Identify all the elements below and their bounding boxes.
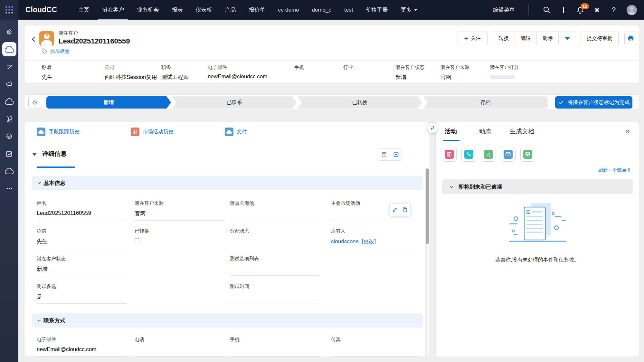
edit-button[interactable]: 编辑 (515, 32, 537, 45)
follow-label: 关注 (471, 35, 481, 42)
send-email-button[interactable] (501, 147, 516, 162)
owner-link[interactable]: cloudccone (331, 238, 359, 244)
sidebar-item-cloud-2[interactable] (0, 162, 18, 180)
print-button[interactable] (624, 32, 637, 45)
global-create-button[interactable] (559, 6, 568, 14)
new-event-button[interactable] (442, 147, 457, 162)
field-email: 电子邮件newEmail@cloudcc.com (37, 337, 127, 357)
converted-checkbox[interactable] (135, 238, 140, 244)
gear-icon (31, 99, 39, 106)
nav-item-test[interactable]: test (338, 0, 359, 20)
chat-message-button[interactable] (520, 147, 535, 162)
avatar-body (628, 11, 636, 15)
nav-item-products[interactable]: 产品 (218, 0, 242, 20)
nav-item-dashboards[interactable]: 仪表板 (189, 0, 218, 20)
nav-item-pricebook[interactable]: 价格手册 (359, 0, 394, 20)
sidebar-item-campaigns[interactable] (0, 75, 18, 93)
mark-status-complete-button[interactable]: 将潜在客户状态标记为完成 (555, 96, 632, 109)
empty-state-illustration (501, 202, 574, 252)
sidebar-item-more[interactable] (0, 180, 18, 197)
full-width-view-button[interactable] (390, 149, 402, 160)
related-link-files[interactable]: 文件 (225, 128, 247, 136)
summary-field-lead-score: 潜在客户打分 (490, 64, 519, 79)
log-call-button[interactable] (461, 147, 476, 162)
sidebar-item-tasks[interactable] (0, 145, 18, 162)
hand-truck-icon (5, 115, 14, 123)
pencil-edit-icon[interactable] (392, 207, 398, 213)
gear-icon (593, 6, 601, 14)
tab-generate-document[interactable]: 生成文档 (510, 127, 534, 136)
refresh-link[interactable]: 刷新 (598, 167, 608, 173)
sidebar-item-service[interactable] (0, 128, 18, 145)
path-stage-converted[interactable]: 已转换 (298, 96, 422, 109)
sidebar-item-cloud-1[interactable] (0, 93, 18, 110)
follow-button[interactable]: + 关注 (458, 32, 488, 45)
help-button[interactable]: ? (610, 6, 618, 14)
nav-item-demo-c[interactable]: demo_c (306, 0, 338, 20)
nav-item-leads[interactable]: 潜在客户 (96, 0, 130, 20)
headset-chat-icon (5, 132, 14, 141)
path-stage-contacted[interactable]: 已联系 (172, 96, 297, 109)
plus-icon (560, 6, 567, 14)
sidebar-item-leads[interactable] (0, 58, 18, 75)
edit-menu-button[interactable]: 编辑菜单 (493, 6, 515, 14)
tab-feed[interactable]: 动态 (479, 127, 491, 136)
new-task-button[interactable] (481, 147, 496, 162)
cloud-icon (5, 97, 14, 106)
related-link-campaign-history[interactable]: 市场活动历史 (131, 128, 174, 136)
back-button[interactable] (30, 36, 38, 43)
field-mobile: 手机 (230, 337, 320, 357)
delete-button[interactable]: 删除 (537, 32, 559, 45)
upcoming-overdue-header[interactable]: 即将到来和已逾期 (442, 179, 633, 194)
nav-item-cc-demo[interactable]: cc-demo (271, 0, 305, 20)
nav-item-quotes[interactable]: 报价单 (242, 0, 271, 20)
notifications-button[interactable]: 12 (576, 6, 584, 14)
nav-item-opportunities[interactable]: 业务机会 (130, 0, 165, 20)
nav-more-label: 更多 (401, 6, 412, 14)
mark-complete-label: 将潜在客户状态标记为完成 (568, 99, 630, 106)
activity-tabs: 活动 动态 生成文档 » (436, 122, 639, 141)
nav-item-more[interactable]: 更多 (394, 0, 424, 20)
convert-button[interactable]: 转换 (493, 32, 515, 45)
path-settings-button[interactable] (28, 96, 41, 109)
add-tag-label: 添加标签 (50, 48, 70, 54)
nav-item-home[interactable]: 主页 (72, 0, 96, 20)
contact-grid: 电子邮件newEmail@cloudcc.com 电话 手机 传真 (24, 337, 430, 357)
app-launcher-button[interactable] (0, 0, 18, 20)
sidebar-item-settings[interactable] (0, 23, 18, 41)
search-button[interactable] (543, 6, 551, 14)
field-row: 称谓先生 已转换 分配状态 所有人cloudccone [更改] (24, 228, 430, 256)
more-actions-dropdown[interactable] (559, 32, 576, 45)
panel-collapse-toggle-button[interactable] (427, 122, 438, 133)
field-history-label: 字段跟踪历史 (49, 129, 80, 135)
tab-activity[interactable]: 活动 (445, 127, 457, 136)
section-header-basic-info[interactable]: 基本信息 (32, 176, 423, 190)
contact-title: 联系方式 (43, 317, 65, 324)
field-test-multi: 测试多选是 (37, 283, 127, 304)
summary-field-email: 电子邮件newEmail@cloudcc.com (208, 64, 267, 80)
sidebar-item-crm-active[interactable] (0, 41, 18, 58)
section-header-contact[interactable]: 联系方式 (32, 313, 423, 328)
copy-icon[interactable] (402, 207, 408, 213)
collapse-triangle-icon[interactable] (32, 153, 37, 156)
field-row: 姓名Lead20251201160559 潜在客户来源官网 所属公海池 主要市场… (24, 200, 430, 228)
expand-all-link[interactable]: 全部展开 (612, 167, 631, 173)
detail-scrollbar-track[interactable] (425, 168, 429, 357)
add-tag-link[interactable]: 添加标签 (41, 48, 70, 54)
related-link-field-history[interactable]: 字段跟踪历史 (37, 128, 80, 136)
path-stage-new[interactable]: 新增 (46, 96, 171, 109)
submit-for-approval-button[interactable]: 提交待审批 (581, 32, 619, 45)
owner-change-link[interactable]: [更改] (362, 238, 375, 244)
expand-panel-icon[interactable]: » (625, 126, 630, 136)
detail-tab-underline (37, 167, 75, 168)
cloud-icon (5, 45, 14, 54)
detail-scrollbar-thumb[interactable] (426, 168, 429, 244)
setup-button[interactable] (593, 6, 601, 14)
sidebar-item-orders[interactable] (0, 110, 18, 128)
path-stage-archived[interactable]: 存档 (423, 96, 548, 109)
column-view-button[interactable] (378, 149, 390, 160)
user-avatar[interactable] (627, 5, 637, 15)
nav-item-reports[interactable]: 报表 (165, 0, 189, 20)
chevron-down-icon (449, 185, 454, 189)
search-icon (543, 6, 551, 14)
